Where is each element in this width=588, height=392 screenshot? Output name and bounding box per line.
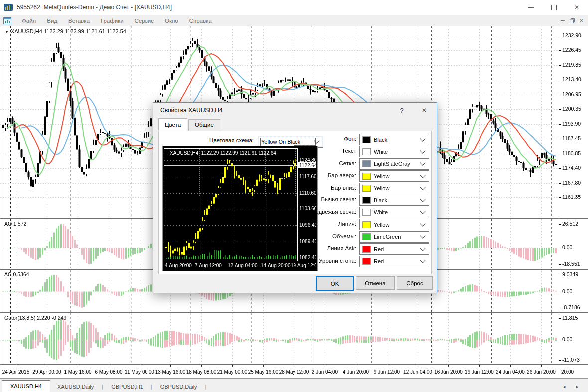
chevron-down-icon <box>420 233 425 238</box>
dialog-title: Свойства XAUUSD,H4 <box>160 107 223 114</box>
color-dropdown-7[interactable]: Yellow <box>359 219 429 230</box>
indicator-label-2: Gator(13,8,5) 2.220 -0.249 <box>4 315 66 321</box>
chart-ohlc-label: ▼XAUUSD,H4 1122.29 1122.99 1121.61 1122.… <box>5 28 126 34</box>
chevron-down-icon <box>420 245 425 251</box>
reset-button[interactable]: Сброс <box>397 276 433 290</box>
properties-dialog: Свойства XAUUSD,H4 ? ✕ ЦветаОбщие Цветов… <box>153 102 437 293</box>
menu-item-3[interactable]: Графики <box>95 16 129 25</box>
chart-tab-gbpusd-h1[interactable]: GBPUSD,H1 <box>104 381 150 392</box>
chevron-down-icon <box>420 185 425 190</box>
color-dropdown-0[interactable]: Black <box>359 134 429 145</box>
tab-separator: | <box>150 384 153 392</box>
menu-bar: ФайлВидВставкаГрафикиСервисОкноСправка ✕ <box>0 15 588 26</box>
cancel-button[interactable]: Отмена <box>356 276 395 290</box>
color-dropdown-8[interactable]: LimeGreen <box>359 231 429 243</box>
color-swatch <box>362 160 371 167</box>
close-icon: ✕ <box>579 18 583 23</box>
mdi-restore-button[interactable] <box>567 16 577 25</box>
menu-item-0[interactable]: Файл <box>16 16 41 25</box>
menu-item-5[interactable]: Окно <box>159 16 184 25</box>
color-row-label-7: Линия: <box>274 221 356 227</box>
dialog-close-button[interactable]: ✕ <box>414 103 435 118</box>
color-swatch <box>362 148 371 155</box>
indicator-label-1: AC 0.5364 <box>4 271 29 277</box>
color-swatch <box>362 136 371 143</box>
menu-item-1[interactable]: Вид <box>41 16 63 25</box>
minimize-icon <box>561 20 565 21</box>
chart-tab-gbpusd-daily[interactable]: GBPUSD,Daily <box>153 381 204 392</box>
window-titlebar: 5955262: MetaQuotes-Demo - Демо Счет - [… <box>0 0 588 15</box>
dialog-tab-page: Цветовая схема: Yellow On Black Фон:Blac… <box>158 131 432 274</box>
chevron-down-icon <box>420 148 425 153</box>
color-value: LimeGreen <box>374 234 421 240</box>
color-value: Black <box>374 197 421 203</box>
maximize-icon <box>551 5 557 10</box>
chevron-down-icon <box>420 136 425 141</box>
color-dropdown-10[interactable]: Red <box>359 256 429 267</box>
color-row-label-3: Бар вверх: <box>274 172 356 178</box>
color-row-label-8: Объемы: <box>274 233 356 239</box>
color-swatch <box>362 197 371 204</box>
dialog-titlebar: Свойства XAUUSD,H4 ? ✕ <box>153 103 437 118</box>
application-window: 5955262: MetaQuotes-Demo - Демо Счет - [… <box>0 0 588 392</box>
chevron-down-icon <box>420 160 425 166</box>
color-row-label-5: Бычья свеча: <box>274 196 356 202</box>
dialog-tab-1[interactable]: Общие <box>188 119 220 132</box>
color-swatch <box>362 221 371 228</box>
color-swatch <box>362 185 371 192</box>
menu-item-6[interactable]: Справка <box>184 16 217 25</box>
color-value: Red <box>374 246 421 252</box>
chart-tab-xauusd-h4[interactable]: XAUUSD,H4 <box>2 380 50 392</box>
color-swatch <box>362 209 371 216</box>
tab-separator: | <box>204 384 208 392</box>
color-value: LightSlateGray <box>374 161 421 167</box>
color-value: Yellow <box>374 173 421 179</box>
indicator-label-0: AO 1.572 <box>4 221 26 227</box>
window-title: 5955262: MetaQuotes-Demo - Демо Счет - [… <box>17 4 172 11</box>
chevron-down-icon <box>420 172 425 178</box>
minimize-icon <box>528 7 534 8</box>
chart-tabbar: XAUUSD,H4XAUUSD,Daily|GBPUSD,H1|GBPUSD,D… <box>0 378 588 392</box>
tab-separator: | <box>101 384 104 392</box>
close-button[interactable]: ✕ <box>565 0 588 15</box>
chart-tab-xauusd-daily[interactable]: XAUUSD,Daily <box>50 381 101 392</box>
color-dropdown-1[interactable]: White <box>359 146 429 157</box>
color-dropdown-3[interactable]: Yellow <box>359 170 429 182</box>
minimize-button[interactable] <box>519 0 542 15</box>
color-row-label-6: Медвежья свеча: <box>274 209 356 215</box>
color-dropdown-5[interactable]: Black <box>359 195 429 206</box>
color-row-label-0: Фон: <box>274 136 356 142</box>
maximize-button[interactable] <box>542 0 565 15</box>
chevron-down-icon <box>420 196 425 202</box>
dialog-help-button[interactable]: ? <box>393 103 411 118</box>
mdi-close-button[interactable]: ✕ <box>577 16 586 25</box>
menu-item-2[interactable]: Вставка <box>63 16 95 25</box>
help-icon: ? <box>400 107 403 114</box>
color-swatch <box>362 173 371 180</box>
chart-window-icon <box>3 17 11 24</box>
color-dropdown-9[interactable]: Red <box>359 243 429 255</box>
chevron-down-icon <box>420 209 425 214</box>
color-row-label-4: Бар вниз: <box>274 185 356 191</box>
ok-button[interactable]: OK <box>316 276 354 291</box>
color-value: Red <box>374 258 421 264</box>
menu-items: ФайлВидВставкаГрафикиСервисОкноСправка <box>16 16 217 25</box>
color-swatch <box>362 233 371 240</box>
color-value: Black <box>374 137 421 143</box>
dialog-tabs: ЦветаОбщие <box>158 118 221 131</box>
close-icon: ✕ <box>574 4 579 11</box>
restore-icon <box>570 18 575 23</box>
color-value: White <box>374 209 421 215</box>
color-dropdown-6[interactable]: White <box>359 207 429 218</box>
menu-item-4[interactable]: Сервис <box>129 16 159 25</box>
mdi-minimize-button[interactable] <box>558 16 567 25</box>
color-scheme-label: Цветовая схема: <box>159 137 254 143</box>
dialog-tab-0[interactable]: Цвета <box>158 118 187 131</box>
chevron-down-icon <box>420 221 425 226</box>
color-row-label-9: Линия Ask: <box>274 245 356 251</box>
tab-scroll-arrows[interactable]: ◄ ► <box>562 385 583 389</box>
close-icon: ✕ <box>422 107 427 114</box>
mdi-controls: ✕ <box>558 15 586 26</box>
color-dropdown-2[interactable]: LightSlateGray <box>359 158 429 170</box>
color-dropdown-4[interactable]: Yellow <box>359 183 429 194</box>
